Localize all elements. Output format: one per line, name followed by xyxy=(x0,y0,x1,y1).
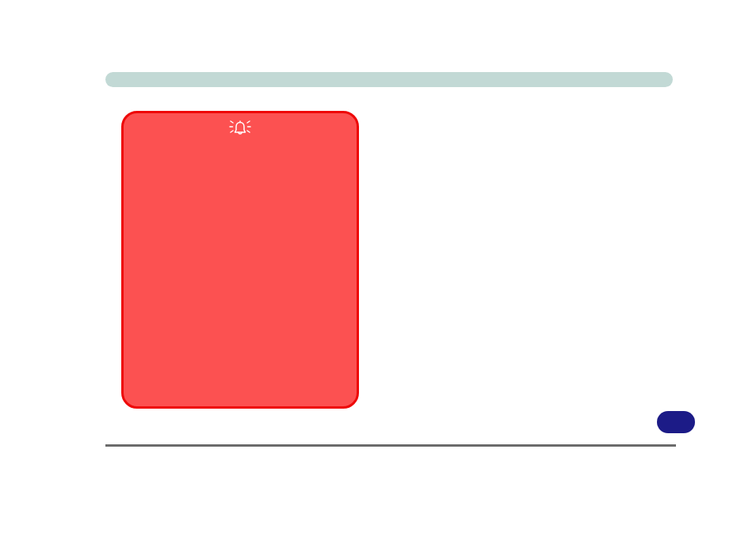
action-button[interactable] xyxy=(657,411,695,433)
alert-card xyxy=(121,111,359,409)
svg-line-3 xyxy=(231,131,233,132)
svg-line-1 xyxy=(231,121,233,123)
bell-alert-icon xyxy=(228,120,252,137)
svg-line-4 xyxy=(247,121,250,123)
top-bar xyxy=(105,72,673,87)
divider-line xyxy=(105,444,676,447)
svg-line-6 xyxy=(247,131,250,132)
